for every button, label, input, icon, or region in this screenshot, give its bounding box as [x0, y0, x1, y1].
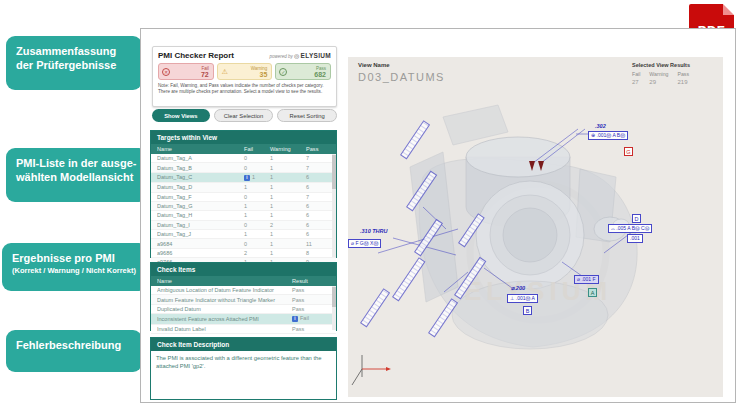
selected-view-results: Fail27 Warning29 Pass219: [632, 71, 698, 85]
description-title: Check Item Description: [151, 338, 336, 351]
toolbar: Show Views Clear Selection Reset Sorting: [152, 109, 337, 122]
callout-results-per-pmi-subtext: (Korrekt / Warnung / Nicht Korrekt): [12, 266, 138, 276]
col-check-result[interactable]: Result: [292, 278, 332, 284]
stat-fail: ✕ Fail 72: [158, 63, 214, 80]
selected-view-results-label: Selected View Results: [632, 62, 690, 68]
targets-panel: Targets within View Name Fail Warning Pa…: [150, 130, 337, 258]
table-row[interactable]: Datum_Tag_F 0 1 7: [151, 193, 336, 202]
pmi-fcf-001[interactable]: .001: [627, 234, 643, 243]
pmi-fcf-perpendicularity[interactable]: ⊥ .001Ⓜ A: [507, 294, 538, 303]
callout-pmi-list-text: PMI-Liste in der ausge- wählten Modellan…: [16, 156, 138, 185]
pmi-fcf-position[interactable]: ⊕ .001Ⓜ A BⓂ: [588, 131, 628, 140]
view-name-label: View Name: [358, 62, 390, 68]
check-items-column-headers: Name Result: [151, 276, 336, 286]
axis-triad: [352, 355, 391, 385]
pmi-fcf-profile[interactable]: ⌓ .005 A BⓂ CⓂ: [608, 224, 652, 233]
stat-pass-value: 682: [290, 71, 326, 78]
summary-stats: ✕ Fail 72 ⚠ Warning 35 ✓ Pass 682: [158, 63, 331, 80]
pmi-dimension-302[interactable]: .302: [595, 123, 606, 129]
pmi-dimension-dia-200[interactable]: ⌀.200: [511, 285, 525, 291]
brand-name: ELYSIUM: [301, 52, 331, 59]
check-item-row[interactable]: Datum Feature Indicator without Triangle…: [151, 295, 336, 304]
report-title: PMI Checker Report: [158, 51, 234, 60]
stat-warning-value: 35: [232, 71, 268, 78]
check-item-row[interactable]: Invalid Datum Label Pass: [151, 325, 336, 334]
report-note: Note: Fail, Warning, and Pass values ind…: [158, 83, 331, 96]
table-row[interactable]: Datum_Tag_H 1 1 6: [151, 211, 336, 220]
show-views-button[interactable]: Show Views: [152, 109, 210, 122]
datum-flag-a-selected[interactable]: A: [588, 288, 597, 297]
stat-warning: ⚠ Warning 35: [217, 63, 273, 80]
elysium-logo-icon: ◎: [294, 53, 299, 59]
check-item-row[interactable]: Ambiguous Location of Datum Feature Indi…: [151, 286, 336, 295]
model-viewer[interactable]: ELYSIUM: [348, 57, 723, 397]
report-summary-card: PMI Checker Report powered by ◎ ELYSIUM …: [152, 46, 337, 107]
callout-pmi-list: PMI-Liste in der ausge- wählten Modellan…: [6, 148, 148, 202]
callout-summary: Zusammenfassung der Prüfergebnisse: [6, 36, 142, 90]
table-row[interactable]: a9686 2 1 8: [151, 249, 336, 258]
check-items-scrollbar[interactable]: [332, 286, 336, 330]
clear-selection-button[interactable]: Clear Selection: [214, 109, 274, 122]
pmi-fcf-dia-001-f[interactable]: ⌀ .001 F: [574, 275, 599, 284]
table-row-selected[interactable]: Datum_Tag_C i1 1 6: [151, 173, 336, 183]
col-pass[interactable]: Pass: [306, 146, 332, 152]
info-badge-icon[interactable]: i: [292, 316, 298, 322]
callout-results-per-pmi: Ergebnisse pro PMI (Korrekt / Warnung / …: [2, 243, 148, 291]
reset-sorting-button[interactable]: Reset Sorting: [277, 109, 337, 122]
stat-pass: ✓ Pass 682: [275, 63, 331, 80]
description-panel: Check Item Description The PMI is associ…: [150, 337, 337, 400]
check-items-panel: Check Items Name Result Ambiguous Locati…: [150, 262, 337, 331]
slide: Zusammenfassung der Prüfergebnisse PMI-L…: [0, 0, 746, 415]
powered-by-label: powered by: [270, 54, 293, 59]
table-row[interactable]: Datum_Tag_I 0 2 6: [151, 221, 336, 230]
stat-fail-value: 72: [173, 71, 209, 78]
datum-flag-g[interactable]: G: [624, 147, 633, 156]
targets-panel-title: Targets within View: [151, 131, 336, 144]
callout-summary-text: Zusammenfassung der Prüfergebnisse: [16, 44, 132, 73]
pmi-fcf-thru-datums[interactable]: ⌀ F GⓂ XⓂ: [348, 239, 381, 248]
table-row[interactable]: Datum_Tag_J 1 1 6: [151, 230, 336, 239]
view-name-value: D03_DATUMS: [358, 71, 445, 83]
targets-column-headers: Name Fail Warning Pass: [151, 144, 336, 154]
check-items-title: Check Items: [151, 263, 336, 276]
check-item-row-selected[interactable]: Inconsistent Feature across Attached PMI…: [151, 314, 336, 324]
pass-circle-icon: ✓: [279, 68, 287, 76]
check-item-row[interactable]: Duplicated Datum Pass: [151, 305, 336, 314]
table-row[interactable]: Datum_Tag_B 0 1 7: [151, 163, 336, 172]
callout-results-per-pmi-text: Ergebnisse pro PMI: [12, 251, 138, 265]
pmi-dimension-310-thru[interactable]: .310 THRU: [360, 228, 388, 234]
col-check-name[interactable]: Name: [157, 278, 292, 284]
fail-circle-icon: ✕: [162, 68, 170, 76]
col-name[interactable]: Name: [157, 146, 244, 152]
col-warning[interactable]: Warning: [270, 146, 306, 152]
table-row[interactable]: a9684 0 1 11: [151, 239, 336, 248]
table-row[interactable]: Datum_Tag_G 1 1 6: [151, 202, 336, 211]
info-badge-icon[interactable]: i: [244, 175, 250, 181]
targets-scrollbar[interactable]: [332, 154, 336, 257]
datum-flag-b[interactable]: B: [523, 306, 532, 315]
datum-flag-d[interactable]: D: [632, 214, 641, 223]
warning-triangle-icon: ⚠: [221, 68, 229, 76]
callout-error-description: Fehlerbeschreibung: [6, 330, 142, 372]
cad-model-graphic: ELYSIUM: [348, 57, 723, 397]
table-row[interactable]: Datum_Tag_D 1 1 6: [151, 183, 336, 192]
callout-error-description-text: Fehlerbeschreibung: [16, 338, 132, 352]
description-text: The PMI is associated with a different g…: [151, 351, 336, 401]
table-row[interactable]: Datum_Tag_A 0 1 7: [151, 154, 336, 163]
col-fail[interactable]: Fail: [244, 146, 270, 152]
